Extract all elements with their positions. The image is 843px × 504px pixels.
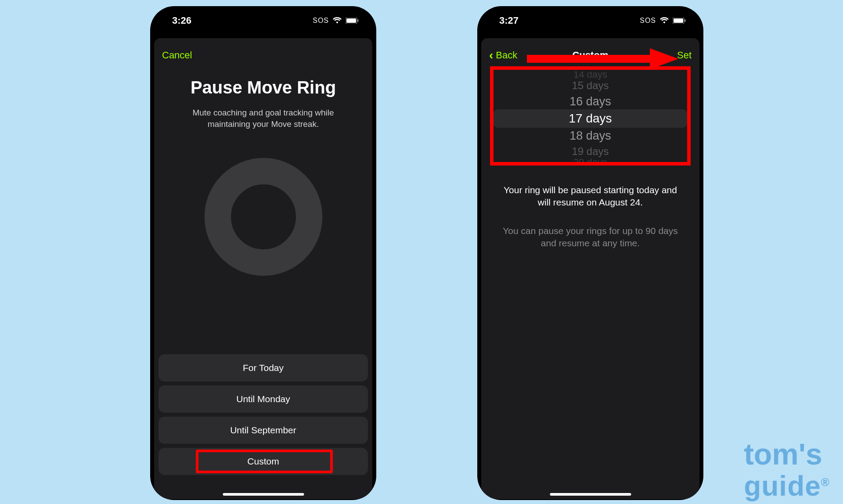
status-right: SOS [640,17,686,25]
ring-graphic [159,157,368,277]
move-ring-icon [203,157,324,277]
option-for-today[interactable]: For Today [159,354,368,382]
watermark-line2: guide [744,470,821,502]
pause-note: You can pause your rings for up to 90 da… [497,225,684,250]
wifi-icon [659,17,669,24]
back-button[interactable]: ‹ Back [489,48,517,62]
modal-sheet: Cancel Pause Move Ring Mute coaching and… [154,38,372,499]
watermark-line1: tom's [744,437,822,471]
pause-options: For Today Until Monday Until September C… [159,354,368,479]
page-subtitle: Mute coaching and goal tracking while ma… [172,107,355,130]
svg-rect-2 [357,19,359,22]
picker-option[interactable]: 16 days [494,94,687,109]
sheet-backdrop [487,35,693,43]
home-indicator [550,493,631,496]
phone-screenshot-left: 3:26 SOS Cancel Pause Move Ring Mute coa… [150,6,376,500]
status-time: 3:27 [499,15,519,26]
picker-option[interactable]: 15 days [494,78,687,94]
sos-label: SOS [313,17,329,25]
svg-point-3 [217,171,309,263]
wifi-icon [332,17,342,24]
status-right: SOS [313,17,359,25]
sheet-backdrop [160,35,366,43]
cancel-button[interactable]: Cancel [162,50,192,61]
phone-screenshot-right: 3:27 SOS ‹ Back Custom Set 14 days 15 da [477,6,703,500]
svg-rect-1 [346,18,356,23]
svg-rect-6 [684,19,686,22]
option-custom[interactable]: Custom [159,448,368,475]
battery-icon [346,18,359,24]
pause-message: Your ring will be paused starting today … [496,184,684,209]
picker-option[interactable]: 14 days [494,72,687,78]
modal-sheet: ‹ Back Custom Set 14 days 15 days 16 day… [481,38,699,499]
nav-bar: ‹ Back Custom Set [486,46,695,65]
option-until-monday[interactable]: Until Monday [159,385,368,413]
watermark-logo: tom's guide® [744,438,830,501]
nav-title: Custom [573,50,609,61]
picker-option[interactable]: 18 days [494,128,687,144]
status-bar: 3:26 SOS [150,6,376,29]
picker-option-selected[interactable]: 17 days [494,109,687,128]
home-indicator [223,493,304,496]
battery-icon [673,18,686,24]
chevron-back-icon: ‹ [489,48,493,62]
nav-bar: Cancel [159,46,368,65]
svg-rect-5 [674,18,683,23]
status-time: 3:26 [172,15,191,26]
back-label: Back [496,50,517,61]
sos-label: SOS [640,17,656,25]
option-until-september[interactable]: Until September [159,417,368,444]
registered-icon: ® [821,475,830,488]
option-custom-label: Custom [247,456,279,467]
page-title: Pause Move Ring [159,78,368,97]
status-bar: 3:27 SOS [477,6,703,29]
set-button[interactable]: Set [677,50,692,61]
picker-option[interactable]: 20 days [494,159,687,166]
duration-picker-wrap: 14 days 15 days 16 days 17 days 18 days … [494,72,687,166]
duration-picker[interactable]: 14 days 15 days 16 days 17 days 18 days … [494,72,687,166]
